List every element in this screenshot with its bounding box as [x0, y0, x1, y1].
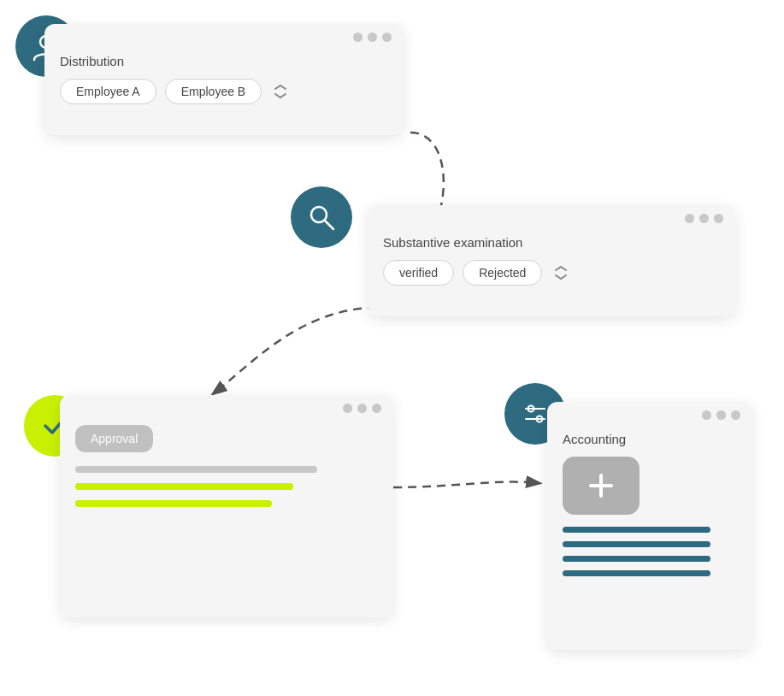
approval-card: Approval: [60, 395, 393, 617]
dot3: [372, 404, 381, 413]
dot2: [368, 32, 377, 42]
dot3: [382, 32, 392, 42]
dot2: [716, 410, 726, 420]
dot3: [731, 410, 740, 420]
dot1: [353, 32, 363, 42]
line-yellow-1: [75, 483, 293, 490]
rejected-pill[interactable]: Rejected: [463, 260, 542, 286]
dot1: [702, 410, 711, 420]
employee-a-pill[interactable]: Employee A: [60, 79, 156, 104]
acc-line-2: [563, 541, 710, 547]
line-gray-1: [75, 466, 317, 473]
dot2: [699, 214, 709, 223]
search-icon: [291, 186, 352, 248]
dot1: [343, 404, 352, 413]
distribution-card: Distribution Employee A Employee B: [44, 24, 404, 135]
svg-line-2: [325, 221, 333, 229]
plus-box[interactable]: [563, 457, 640, 515]
examination-card: Substantive examination verified Rejecte…: [368, 205, 735, 316]
chevron-updown-exam[interactable]: [554, 265, 568, 280]
employee-b-pill[interactable]: Employee B: [165, 79, 262, 104]
dot1: [685, 214, 694, 223]
acc-line-4: [563, 570, 710, 576]
dot3: [714, 214, 723, 223]
distribution-title: Distribution: [60, 54, 388, 68]
examination-title: Substantive examination: [383, 235, 720, 250]
chevron-updown[interactable]: [274, 84, 287, 99]
acc-line-3: [563, 556, 710, 562]
accounting-card: Accounting: [547, 402, 752, 650]
approval-pill[interactable]: Approval: [75, 425, 153, 452]
verified-pill[interactable]: verified: [383, 260, 454, 286]
line-yellow-2: [75, 500, 272, 507]
acc-line-1: [563, 527, 710, 533]
dot2: [357, 404, 367, 413]
accounting-title: Accounting: [563, 432, 737, 446]
